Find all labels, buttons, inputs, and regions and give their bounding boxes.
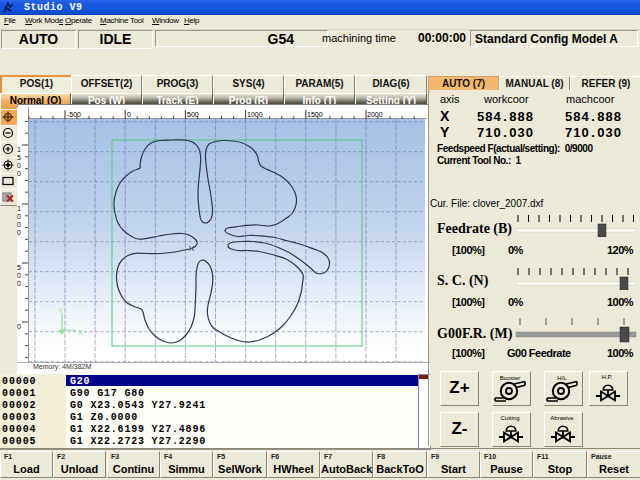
- svg-text:5: 5: [17, 264, 21, 271]
- svg-text:Abrasive: Abrasive: [550, 415, 574, 421]
- svg-text:1: 1: [17, 146, 21, 153]
- svg-text:Booster: Booster: [500, 375, 521, 381]
- svg-text:0: 0: [17, 213, 21, 220]
- svg-text:0: 0: [17, 221, 21, 228]
- svg-text:Cutting: Cutting: [500, 415, 519, 421]
- svg-text:5: 5: [17, 154, 21, 161]
- svg-text:500: 500: [187, 111, 199, 118]
- svg-text:2000: 2000: [367, 111, 383, 118]
- svg-text:H.P.: H.P.: [602, 374, 613, 380]
- svg-text:0: 0: [17, 162, 21, 169]
- svg-text:1000: 1000: [247, 111, 263, 118]
- svg-text:1500: 1500: [307, 111, 323, 118]
- svg-text:H/L: H/L: [557, 375, 567, 381]
- svg-text:0: 0: [127, 111, 131, 118]
- svg-text:1: 1: [17, 205, 21, 212]
- svg-text:0: 0: [17, 229, 21, 236]
- svg-text:0: 0: [17, 170, 21, 177]
- svg-text:0: 0: [17, 272, 21, 279]
- svg-text:-500: -500: [67, 111, 81, 118]
- svg-text:0: 0: [17, 280, 21, 287]
- svg-text:0: 0: [17, 323, 21, 330]
